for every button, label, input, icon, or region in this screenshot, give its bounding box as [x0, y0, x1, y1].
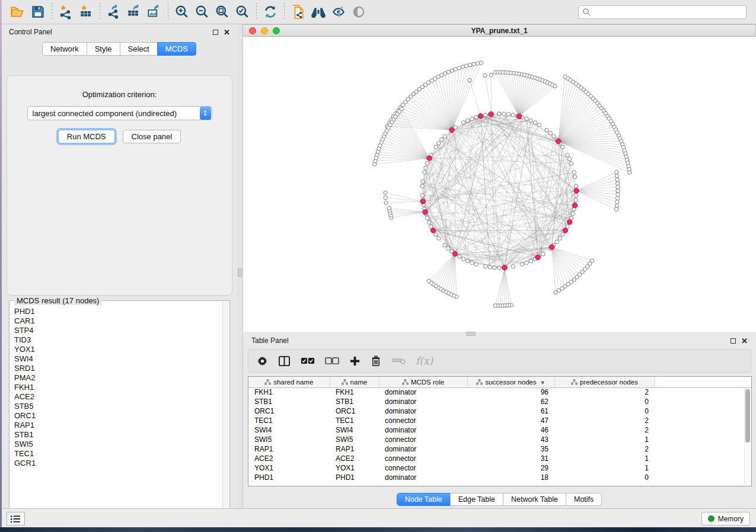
select-all-columns-icon[interactable]: [301, 357, 315, 365]
cell-name[interactable]: FKH1: [330, 387, 379, 397]
column-header-MCDS-role[interactable]: MCDS role: [379, 377, 467, 387]
cell-shared-name[interactable]: TEC1: [248, 416, 330, 425]
ring-node[interactable]: [502, 112, 506, 116]
cell-successor-nodes[interactable]: 62: [467, 397, 554, 406]
cell-predecessor-nodes[interactable]: 1: [554, 435, 655, 444]
mcds-result-item[interactable]: SRD1: [14, 364, 222, 373]
cell-shared-name[interactable]: SWI5: [248, 435, 330, 444]
ring-node[interactable]: [545, 128, 548, 132]
tab-network-table[interactable]: Network Table: [503, 493, 566, 506]
leaf-node[interactable]: [384, 201, 388, 204]
leaf-node[interactable]: [614, 207, 618, 211]
leaf-node[interactable]: [615, 178, 619, 181]
ring-node[interactable]: [474, 262, 478, 266]
tab-select[interactable]: Select: [120, 42, 158, 56]
import-network-icon[interactable]: [56, 2, 76, 21]
ring-node[interactable]: [575, 184, 578, 188]
table-row[interactable]: ORC1ORC1dominator610: [248, 406, 751, 416]
delete-column-trash-icon[interactable]: [371, 355, 381, 367]
zoom-out-icon[interactable]: [192, 2, 212, 21]
cell-successor-nodes[interactable]: 29: [467, 463, 554, 473]
cell-MCDS-role[interactable]: dominator: [379, 473, 467, 482]
ring-node[interactable]: [425, 216, 429, 220]
ring-node[interactable]: [529, 118, 532, 122]
leaf-node[interactable]: [461, 65, 464, 69]
ring-node[interactable]: [525, 117, 528, 120]
ring-node[interactable]: [446, 246, 450, 250]
ring-node[interactable]: [511, 113, 515, 117]
ring-node[interactable]: [483, 265, 487, 268]
export-network-icon[interactable]: [104, 2, 124, 21]
mcds-node[interactable]: [423, 210, 428, 214]
network-graph[interactable]: [243, 37, 755, 332]
cell-predecessor-nodes[interactable]: 2: [554, 387, 655, 397]
float-window-icon[interactable]: [731, 338, 736, 344]
mcds-result-item[interactable]: YOX1: [14, 345, 222, 354]
export-table-icon[interactable]: [124, 2, 144, 21]
leaf-node[interactable]: [384, 191, 387, 194]
leaf-node[interactable]: [476, 62, 479, 65]
tab-mcds[interactable]: MCDS: [157, 42, 196, 56]
zoom-in-icon[interactable]: [172, 2, 192, 21]
leaf-node[interactable]: [454, 68, 457, 71]
leaf-node[interactable]: [468, 63, 472, 66]
cell-predecessor-nodes[interactable]: 2: [554, 425, 655, 435]
memory-button[interactable]: Memory: [701, 512, 750, 525]
ring-node[interactable]: [555, 240, 559, 243]
ring-node[interactable]: [520, 262, 524, 266]
show-panel-list-button[interactable]: [7, 512, 25, 525]
ring-node[interactable]: [443, 134, 446, 138]
column-header-name[interactable]: name: [330, 377, 379, 387]
ring-node[interactable]: [529, 259, 532, 262]
column-header-successor-nodes[interactable]: successor nodes▼: [467, 377, 554, 387]
cell-shared-name[interactable]: RAP1: [248, 444, 330, 454]
cell-MCDS-role[interactable]: connector: [379, 454, 467, 463]
table-row[interactable]: TEC1TEC1connector472: [248, 416, 751, 425]
mcds-result-item[interactable]: SWI4: [14, 354, 222, 364]
table-row[interactable]: PHD1PHD1dominator180: [248, 473, 751, 482]
save-session-icon[interactable]: [28, 2, 48, 21]
ring-node[interactable]: [497, 112, 501, 116]
create-column-plus-icon[interactable]: [349, 355, 361, 367]
network-from-file-icon[interactable]: [288, 2, 308, 21]
ring-node[interactable]: [552, 134, 556, 138]
ring-node[interactable]: [420, 194, 424, 197]
leaf-node[interactable]: [457, 66, 461, 70]
leaf-node[interactable]: [464, 64, 468, 68]
cell-successor-nodes[interactable]: 61: [467, 406, 554, 416]
ring-node[interactable]: [474, 116, 478, 119]
zoom-selected-icon[interactable]: [232, 2, 253, 21]
table-scrollbar-thumb[interactable]: [745, 389, 750, 443]
leaf-node[interactable]: [616, 185, 620, 189]
show-graphics-icon[interactable]: [349, 2, 369, 21]
ring-node[interactable]: [493, 266, 496, 270]
cell-name[interactable]: YOX1: [330, 463, 379, 473]
ring-node[interactable]: [434, 233, 438, 236]
table-header-row[interactable]: shared namenameMCDS rolesuccessor nodes▼…: [248, 377, 751, 387]
cell-shared-name[interactable]: ORC1: [248, 406, 330, 416]
hide-edges-icon[interactable]: [328, 2, 349, 21]
float-window-icon[interactable]: [213, 30, 218, 35]
leaf-node[interactable]: [483, 73, 487, 77]
mcds-node[interactable]: [535, 255, 540, 259]
leaf-node[interactable]: [614, 171, 618, 174]
mcds-result-item[interactable]: SWI5: [14, 440, 222, 449]
ring-node[interactable]: [421, 180, 425, 183]
ring-node[interactable]: [572, 171, 576, 174]
ring-node[interactable]: [561, 145, 564, 149]
ring-node[interactable]: [541, 252, 545, 256]
ring-node[interactable]: [574, 198, 578, 201]
refresh-icon[interactable]: [260, 2, 280, 21]
close-window-icon[interactable]: ✕: [741, 338, 748, 344]
mcds-result-list[interactable]: PHD1CAR1STP4TID3YOX1SWI4SRD1PMA2FKH1ACE2…: [9, 303, 222, 519]
ring-node[interactable]: [561, 233, 564, 236]
mcds-result-item[interactable]: ORC1: [14, 411, 222, 421]
ring-node[interactable]: [465, 118, 469, 122]
ring-node[interactable]: [548, 131, 552, 134]
cell-predecessor-nodes[interactable]: 1: [554, 463, 655, 473]
ring-node[interactable]: [434, 145, 438, 149]
mcds-node[interactable]: [572, 203, 577, 208]
cell-name[interactable]: SWI5: [330, 435, 379, 444]
mcds-result-item[interactable]: STB1: [14, 430, 222, 440]
mcds-result-item[interactable]: PHD1: [14, 307, 222, 316]
